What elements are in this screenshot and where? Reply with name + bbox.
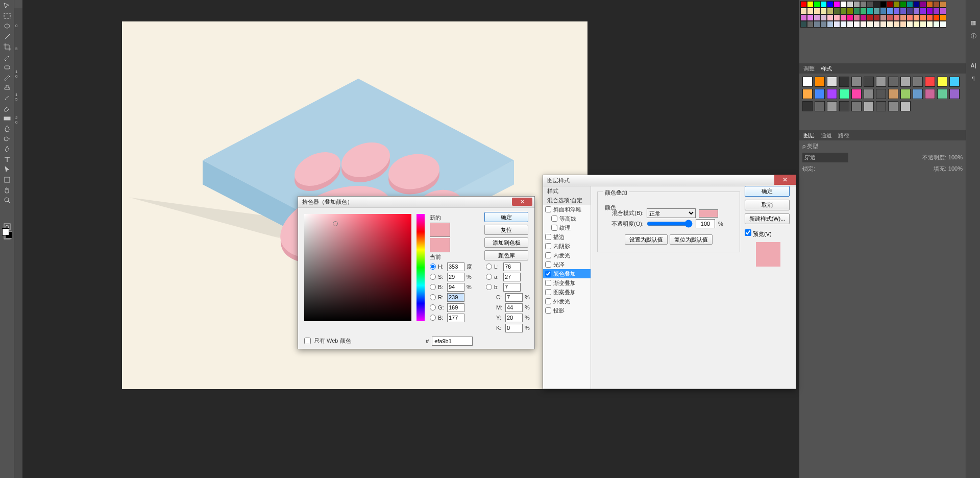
add-swatch-button[interactable]: 添加到色板 [484,237,528,248]
swatch[interactable] [887,14,893,21]
style-preset[interactable] [839,101,849,111]
heal-tool[interactable] [1,62,13,73]
color-swatch-tool[interactable] [2,228,12,238]
style-preset[interactable] [937,89,947,99]
b2-input[interactable] [503,283,521,292]
swatch[interactable] [800,21,807,28]
swatch[interactable] [853,14,860,21]
swatch[interactable] [840,21,847,28]
swatch[interactable] [893,1,900,8]
style-preset[interactable] [949,89,960,99]
m-input[interactable] [505,303,523,312]
swatch[interactable] [807,1,814,8]
fill-value[interactable]: 100% [948,165,963,172]
layer-style-titlebar[interactable]: 图层样式 ✕ [543,175,796,186]
swatch[interactable] [820,1,827,8]
k-input[interactable] [505,324,523,332]
swatch[interactable] [807,8,814,14]
swatch[interactable] [926,14,933,21]
s-input[interactable] [447,273,464,281]
path-select-tool[interactable] [1,164,13,175]
swatch[interactable] [893,8,900,14]
swatch[interactable] [873,14,880,21]
foreground-color-swatch[interactable] [2,228,9,235]
style-preset[interactable] [900,89,911,99]
swatch[interactable] [847,21,853,28]
swatch[interactable] [887,1,893,8]
blend-mode-select[interactable]: 正常 [647,208,696,218]
type-tool[interactable] [1,154,13,164]
blur-tool[interactable] [1,124,13,134]
style-preset[interactable] [839,77,849,87]
style-preset[interactable] [876,89,886,99]
swatch[interactable] [834,8,840,14]
paragraph-icon[interactable]: ¶ [967,73,979,85]
swatch[interactable] [867,14,873,21]
r-radio[interactable] [430,294,436,300]
swatch[interactable] [940,1,946,8]
swatch[interactable] [860,14,867,21]
swatch[interactable] [807,14,814,21]
swatch[interactable] [847,14,853,21]
marquee-tool[interactable] [1,11,13,21]
style-preset[interactable] [827,101,837,111]
swatch[interactable] [853,8,860,14]
swatch[interactable] [913,14,920,21]
ok-button[interactable]: 确定 [484,212,528,222]
style-preset[interactable] [827,89,837,99]
opacity-input[interactable] [696,219,715,228]
wand-tool[interactable] [1,32,13,42]
cancel-button[interactable]: 取消 [745,200,790,210]
swatch[interactable] [920,8,926,14]
style-preset[interactable] [864,77,874,87]
style-preset[interactable] [925,77,935,87]
swatch[interactable] [840,14,847,21]
style-preset[interactable] [815,101,825,111]
dodge-tool[interactable] [1,134,13,144]
close-icon[interactable]: ✕ [512,198,532,206]
swatch[interactable] [913,1,920,8]
hue-slider[interactable] [416,214,425,321]
l-radio[interactable] [486,264,492,270]
swatch[interactable] [820,21,827,28]
swatch[interactable] [920,1,926,8]
swatch[interactable] [820,14,827,21]
swatch[interactable] [847,8,853,14]
shape-tool[interactable] [1,175,13,185]
swatch[interactable] [880,14,887,21]
eyedropper-tool[interactable] [1,52,13,62]
sidebar-item-patternoverlay[interactable]: 图案叠加 [543,288,591,297]
move-tool[interactable] [1,1,13,11]
swatch[interactable] [933,21,940,28]
swatch[interactable] [834,14,840,21]
color-field[interactable] [304,214,411,321]
sidebar-item-coloroverlay[interactable]: 颜色叠加 [543,269,591,278]
pen-tool[interactable] [1,144,13,154]
style-preset[interactable] [851,101,862,111]
style-preset[interactable] [888,101,898,111]
hex-input[interactable] [432,337,473,346]
swatch[interactable] [906,8,913,14]
tab-layers[interactable]: 图层 [803,132,815,139]
swatch[interactable] [860,21,867,28]
swatch[interactable] [893,14,900,21]
crop-tool[interactable] [1,42,13,52]
reset-default-button[interactable]: 复位为默认值 [670,234,713,245]
swatch[interactable] [900,21,906,28]
sidebar-item-texture[interactable]: 纹理 [543,223,591,232]
swatch[interactable] [887,8,893,14]
style-preset[interactable] [802,89,813,99]
swatch[interactable] [913,8,920,14]
swatch[interactable] [900,1,906,8]
swatch[interactable] [873,21,880,28]
g-radio[interactable] [430,304,436,310]
sidebar-header-styles[interactable]: 样式 [543,186,591,196]
tab-adjustments[interactable]: 调整 [803,65,815,73]
style-preset[interactable] [815,77,825,87]
style-preset[interactable] [876,101,886,111]
swatch[interactable] [800,1,807,8]
swatch[interactable] [827,14,834,21]
color-lib-button[interactable]: 颜色库 [484,250,528,260]
swatch[interactable] [800,14,807,21]
tab-styles[interactable]: 样式 [821,65,832,73]
